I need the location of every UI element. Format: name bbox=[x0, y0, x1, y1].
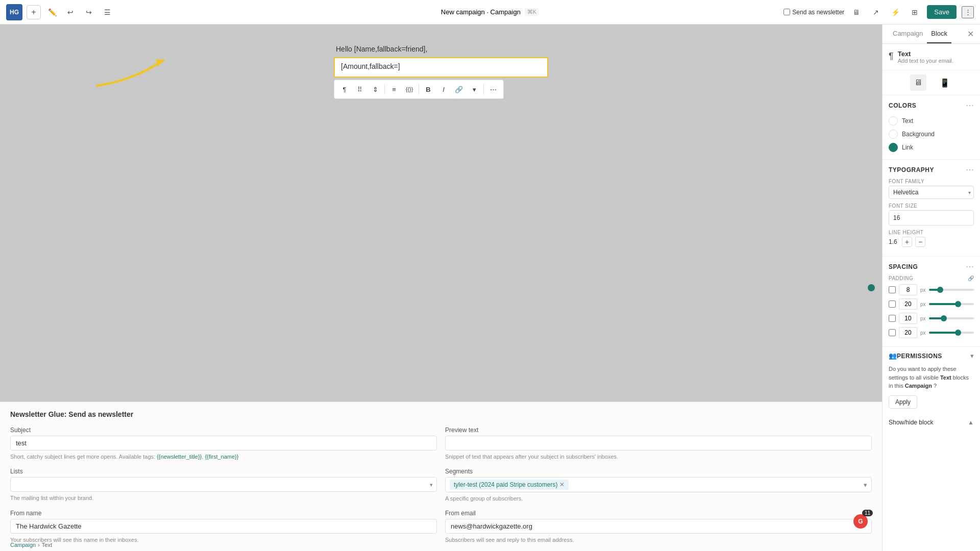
from-name-group: From name Your subscribers will see this… bbox=[10, 510, 437, 543]
link-color-swatch[interactable] bbox=[889, 143, 898, 152]
italic-button[interactable]: I bbox=[436, 82, 451, 96]
bold-button[interactable]: B bbox=[421, 82, 435, 96]
save-button[interactable]: Save bbox=[927, 5, 957, 19]
font-size-input-wrap: px bbox=[889, 210, 974, 226]
padding-slider-3[interactable] bbox=[929, 317, 974, 319]
subject-input[interactable] bbox=[10, 436, 437, 450]
permissions-title: Permissions bbox=[897, 353, 942, 360]
font-family-select[interactable]: Helvetica Arial Georgia Times New Roman bbox=[889, 186, 974, 199]
padding-input-2[interactable] bbox=[899, 298, 917, 310]
undo-icon[interactable]: ↩ bbox=[63, 5, 78, 19]
background-color-swatch[interactable] bbox=[889, 130, 898, 139]
tab-block[interactable]: Block bbox=[927, 24, 951, 43]
from-name-input[interactable] bbox=[10, 519, 437, 534]
apply-button[interactable]: Apply bbox=[889, 395, 917, 409]
grammarly-icon[interactable]: G bbox=[853, 514, 868, 529]
subject-label: Subject bbox=[10, 427, 437, 434]
padding-row-3: px bbox=[889, 313, 974, 324]
padding-label: PADDING bbox=[889, 276, 913, 281]
editor-content: Hello [Name,fallback=friend], [Amount,fa… bbox=[334, 45, 548, 99]
padding-slider-4[interactable] bbox=[929, 332, 974, 334]
segments-hint: A specific group of subscribers. bbox=[445, 495, 872, 502]
font-size-input[interactable] bbox=[889, 212, 974, 224]
padding-unit-4: px bbox=[920, 330, 926, 336]
send-newsletter-checkbox-label[interactable]: Send as newsletter bbox=[783, 9, 844, 16]
permissions-body: Do you want to apply these settings to a… bbox=[883, 365, 980, 414]
lists-hint: The mailing list within your brand. bbox=[10, 495, 437, 501]
permissions-header[interactable]: 👥 Permissions ▾ bbox=[883, 347, 980, 365]
font-family-row: FONT FAMILY Helvetica Arial Georgia Time… bbox=[889, 179, 974, 199]
font-size-row: FONT SIZE px bbox=[889, 203, 974, 226]
from-email-input[interactable] bbox=[445, 519, 872, 534]
padding-row-2: px bbox=[889, 298, 974, 310]
padding-slider-thumb-1 bbox=[937, 287, 943, 293]
line-height-row: LINE HEIGHT 1.6 + − bbox=[889, 230, 974, 247]
subject-hint: Short, catchy subject lines get more ope… bbox=[10, 454, 437, 460]
external-link-icon[interactable]: ↗ bbox=[869, 5, 883, 19]
text-block[interactable]: [Amount,fallback=] bbox=[334, 57, 548, 78]
first-name-tag[interactable]: {{first_name}} bbox=[205, 454, 238, 460]
link-button[interactable]: 🔗 bbox=[452, 82, 466, 96]
preview-text-input[interactable] bbox=[445, 436, 872, 450]
right-panel: Campaign Block ✕ ¶ Text Add text to your… bbox=[882, 24, 980, 551]
font-family-select-wrap: Helvetica Arial Georgia Times New Roman … bbox=[889, 186, 974, 199]
topbar: HG + ✏️ ↩ ↪ ☰ New campaign · Campaign ⌘K… bbox=[0, 0, 980, 24]
integrations-icon[interactable]: ⚡ bbox=[888, 5, 902, 19]
redo-icon[interactable]: ↪ bbox=[82, 5, 96, 19]
desktop-device-button[interactable]: 🖥 bbox=[910, 74, 926, 91]
link-color-option: Link bbox=[889, 141, 974, 154]
breadcrumb-campaign[interactable]: Campaign bbox=[10, 542, 36, 548]
text-color-swatch[interactable] bbox=[889, 116, 898, 126]
colors-section-header: Colors ⋯ bbox=[889, 101, 974, 110]
link-padding-icon[interactable]: 🔗 bbox=[968, 276, 974, 281]
breadcrumb: Campaign › Text bbox=[0, 539, 62, 551]
more-options-button[interactable]: ⋮ bbox=[962, 6, 974, 18]
more-formats-button[interactable]: ▾ bbox=[467, 82, 481, 96]
padding-slider-2[interactable] bbox=[929, 303, 974, 305]
padding-checkbox-1[interactable] bbox=[889, 286, 896, 293]
line-height-decrement-button[interactable]: − bbox=[915, 237, 925, 247]
desktop-view-icon[interactable]: 🖥 bbox=[849, 5, 864, 19]
subject-group: Subject Short, catchy subject lines get … bbox=[10, 427, 437, 460]
spacing-more-button[interactable]: ⋯ bbox=[966, 262, 974, 271]
padding-checkbox-2[interactable] bbox=[889, 300, 896, 308]
segments-dropdown-arrow[interactable]: ▾ bbox=[864, 481, 867, 489]
from-name-label: From name bbox=[10, 510, 437, 517]
permissions-icon: 👥 bbox=[889, 352, 897, 360]
padding-input-1[interactable] bbox=[899, 284, 917, 295]
list-icon[interactable]: ☰ bbox=[100, 5, 114, 19]
pencil-icon[interactable]: ✏️ bbox=[45, 5, 59, 19]
padding-checkbox-3[interactable] bbox=[889, 315, 896, 322]
padding-input-4[interactable] bbox=[899, 327, 917, 338]
lists-select[interactable] bbox=[10, 477, 437, 492]
show-hide-chevron-icon[interactable]: ▲ bbox=[968, 419, 974, 426]
padding-checkbox-4[interactable] bbox=[889, 329, 896, 336]
colors-more-button[interactable]: ⋯ bbox=[966, 101, 974, 110]
drag-handle-button[interactable]: ⠿ bbox=[353, 82, 367, 96]
add-button[interactable]: + bbox=[27, 5, 41, 19]
send-newsletter-checkbox[interactable] bbox=[783, 9, 790, 15]
main-layout: Hello [Name,fallback=friend], [Amount,fa… bbox=[0, 24, 980, 551]
scroll-indicator-dot bbox=[868, 284, 875, 291]
segments-label: Segments bbox=[445, 468, 872, 475]
toolbar-divider-3 bbox=[483, 84, 484, 94]
more-options-toolbar-button[interactable]: ⋯ bbox=[486, 82, 500, 96]
grid-icon[interactable]: ⊞ bbox=[908, 5, 922, 19]
newsletter-title-tag[interactable]: {{newsletter_title}} bbox=[157, 454, 202, 460]
lists-group: Lists ▾ The mailing list within your bra… bbox=[10, 468, 437, 502]
line-height-increment-button[interactable]: + bbox=[902, 237, 912, 247]
close-panel-button[interactable]: ✕ bbox=[967, 29, 974, 39]
tab-campaign[interactable]: Campaign bbox=[889, 24, 927, 43]
segment-tag-close[interactable]: ✕ bbox=[559, 481, 565, 488]
merge-tags-button[interactable]: {{}} bbox=[402, 82, 416, 96]
align-button[interactable]: ≡ bbox=[387, 82, 401, 96]
from-email-group: From email Subscribers will see and repl… bbox=[445, 510, 872, 543]
move-button[interactable]: ⇕ bbox=[368, 82, 382, 96]
padding-slider-1[interactable] bbox=[929, 289, 974, 291]
segments-select-wrap[interactable]: tyler-test (2024 paid Stripe customers) … bbox=[445, 477, 872, 492]
typography-more-button[interactable]: ⋯ bbox=[966, 165, 974, 174]
paragraph-button[interactable]: ¶ bbox=[337, 82, 352, 96]
mobile-device-button[interactable]: 📱 bbox=[937, 74, 953, 91]
permissions-chevron-icon: ▾ bbox=[970, 352, 974, 360]
padding-input-3[interactable] bbox=[899, 313, 917, 324]
